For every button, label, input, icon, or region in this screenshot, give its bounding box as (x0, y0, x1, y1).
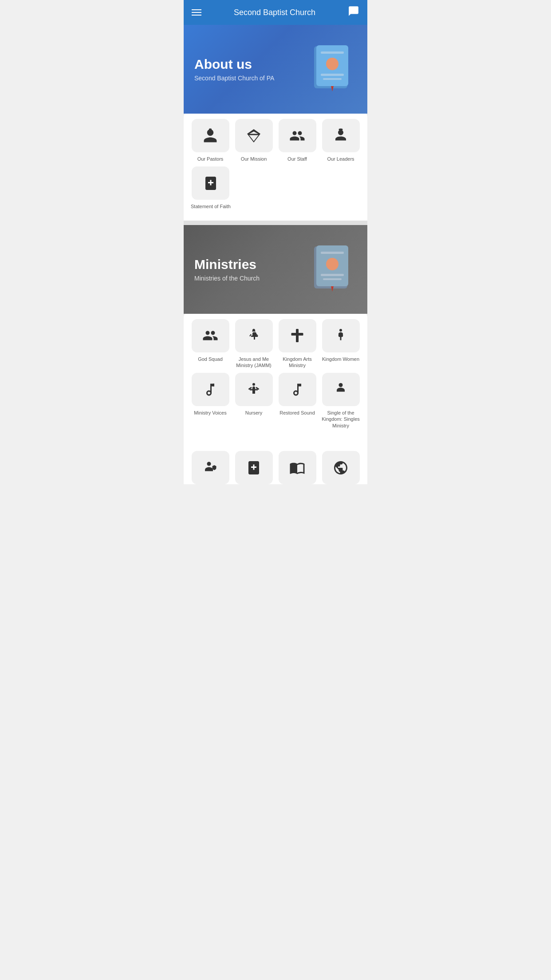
chat-icon[interactable] (348, 5, 359, 20)
child-icon (246, 328, 262, 344)
svg-line-24 (256, 387, 259, 389)
svg-rect-20 (291, 333, 303, 336)
partial-item-0[interactable] (191, 451, 230, 484)
svg-line-17 (250, 334, 251, 336)
globe-person-icon (333, 460, 349, 476)
partial-item-2[interactable] (278, 451, 317, 484)
music-note-icon (289, 382, 305, 398)
leaders-label: Our Leaders (327, 156, 354, 162)
cross-icon (289, 328, 305, 344)
ministry-item-voices[interactable]: Ministry Voices (191, 373, 230, 429)
svg-marker-6 (331, 86, 334, 91)
section-divider (184, 221, 367, 225)
svg-point-26 (207, 462, 211, 466)
menu-button[interactable] (192, 9, 201, 16)
music-notes-icon (202, 382, 218, 398)
svg-point-22 (252, 383, 255, 386)
mission-icon-box[interactable] (235, 119, 273, 152)
about-subtitle: Second Baptist Church of PA (194, 75, 357, 82)
globe-person-icon-box[interactable] (322, 451, 360, 484)
svg-point-21 (339, 329, 342, 332)
group-icon (202, 328, 218, 344)
person-shield-icon-box[interactable] (192, 451, 229, 484)
ministries-hero: Ministries Ministries of the Church (184, 225, 367, 314)
person-icon (333, 382, 349, 398)
svg-point-25 (339, 383, 343, 387)
ministry-item-jamm[interactable]: Jesus and Me Ministry (JAMM) (234, 319, 273, 369)
singles-label: Single of the Kingdom: Singles Ministry (321, 410, 360, 429)
open-book-icon (289, 460, 305, 476)
header-title: Second Baptist Church (201, 8, 348, 17)
mission-label: Our Mission (241, 156, 267, 162)
nursery-icon-box[interactable] (235, 373, 273, 406)
god-squad-icon-box[interactable] (192, 319, 229, 352)
partial-item-1[interactable] (234, 451, 273, 484)
staff-label: Our Staff (287, 156, 307, 162)
ministries-hero-text: Ministries Ministries of the Church (194, 257, 357, 282)
ministry-item-god-squad[interactable]: God Squad (191, 319, 230, 369)
ministries-grid-row1: God Squad Jesus and Me Ministry (JAMM) (191, 319, 360, 369)
about-item-faith[interactable]: Statement of Faith (191, 166, 231, 209)
ministries-title: Ministries (194, 257, 357, 272)
bottom-partial-row (184, 444, 367, 484)
ministries-grid-row2: Ministry Voices Nursery Restored Sound (191, 373, 360, 429)
restored-sound-icon-box[interactable] (279, 373, 316, 406)
nursery-label: Nursery (245, 410, 263, 416)
open-book-icon-box[interactable] (279, 451, 316, 484)
cross-book2-icon-box[interactable] (235, 451, 273, 484)
ministry-item-kingdom-women[interactable]: Kingdom Women (321, 319, 360, 369)
about-cards-section: Our Pastors Our Mission Our Staff (184, 110, 367, 221)
svg-line-23 (249, 387, 252, 389)
woman-icon (333, 328, 349, 344)
svg-marker-15 (331, 286, 334, 292)
about-item-pastors[interactable]: Our Pastors (191, 119, 230, 162)
restored-sound-label: Restored Sound (279, 410, 315, 416)
svg-rect-7 (209, 128, 212, 131)
cross-book-icon (203, 175, 219, 191)
god-squad-label: God Squad (198, 356, 223, 362)
voices-icon-box[interactable] (192, 373, 229, 406)
jamm-icon-box[interactable] (235, 319, 273, 352)
svg-rect-8 (339, 128, 343, 130)
faith-label: Statement of Faith (191, 203, 231, 209)
kingdom-women-label: Kingdom Women (322, 356, 359, 362)
kingdom-arts-label: Kingdom Arts Ministry (278, 356, 317, 369)
staff-icon (289, 128, 305, 144)
singles-icon-box[interactable] (322, 373, 360, 406)
kingdom-arts-icon-box[interactable] (279, 319, 316, 352)
ministry-item-kingdom-arts[interactable]: Kingdom Arts Ministry (278, 319, 317, 369)
faith-icon-box[interactable] (192, 166, 229, 200)
about-hero-text: About us Second Baptist Church of PA (194, 57, 357, 82)
leaders-icon (333, 128, 349, 144)
ministry-item-singles[interactable]: Single of the Kingdom: Singles Ministry (321, 373, 360, 429)
kingdom-women-icon-box[interactable] (322, 319, 360, 352)
cross-book2-icon (246, 460, 262, 476)
ministry-item-nursery[interactable]: Nursery (234, 373, 273, 429)
pastors-icon-box[interactable] (192, 119, 229, 152)
about-item-leaders[interactable]: Our Leaders (321, 119, 360, 162)
about-item-staff[interactable]: Our Staff (278, 119, 317, 162)
about-grid-bottom: Statement of Faith (191, 166, 360, 209)
child-arms-icon (246, 382, 262, 398)
about-item-mission[interactable]: Our Mission (234, 119, 273, 162)
diamond-icon (246, 128, 262, 144)
jamm-label: Jesus and Me Ministry (JAMM) (234, 356, 273, 369)
svg-rect-11 (321, 252, 344, 254)
pastors-label: Our Pastors (197, 156, 224, 162)
pastor-icon (202, 128, 218, 144)
about-hero: About us Second Baptist Church of PA (184, 25, 367, 114)
staff-icon-box[interactable] (279, 119, 316, 152)
ministry-item-restored-sound[interactable]: Restored Sound (278, 373, 317, 429)
about-grid-top: Our Pastors Our Mission Our Staff (191, 119, 360, 162)
partial-item-3[interactable] (321, 451, 360, 484)
voices-label: Ministry Voices (194, 410, 226, 416)
about-title: About us (194, 57, 357, 72)
app-header: Second Baptist Church (184, 0, 367, 25)
leaders-icon-box[interactable] (322, 119, 360, 152)
ministries-cards-section: God Squad Jesus and Me Ministry (JAMM) (184, 310, 367, 444)
person-shield-icon (202, 460, 218, 476)
ministries-subtitle: Ministries of the Church (194, 275, 357, 282)
svg-rect-2 (321, 51, 344, 54)
